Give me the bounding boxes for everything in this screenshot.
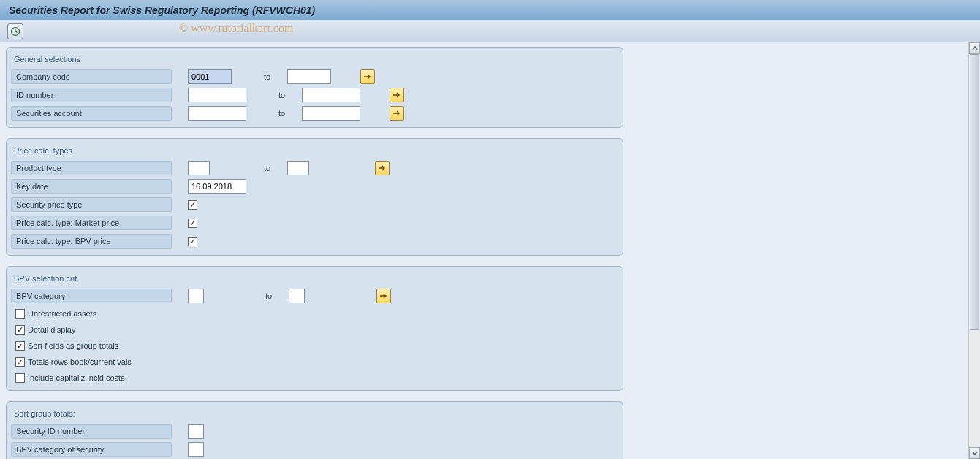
arrow-right-icon (378, 164, 387, 172)
group-sort-totals: Sort group totals: Security ID number BP… (6, 401, 623, 459)
securities-account-multi-button[interactable] (390, 106, 404, 121)
group-title-general: General selections (11, 53, 618, 68)
title-bar: Securities Report for Swiss Regulatory R… (0, 0, 980, 20)
arrow-right-icon (379, 292, 388, 300)
label-bpv-category: BPV category (11, 289, 172, 303)
label-security-price-type: Security price type (11, 197, 172, 212)
product-type-from-input[interactable] (188, 161, 210, 175)
label-id-number: ID number (11, 88, 172, 102)
market-price-checkbox[interactable] (188, 219, 197, 228)
group-title-price: Price calc. types (11, 145, 618, 159)
product-type-multi-button[interactable] (375, 161, 390, 175)
toolbar: © www.tutorialkart.com (0, 20, 980, 42)
group-title-sort: Sort group totals: (11, 408, 618, 422)
to-label: to (278, 91, 300, 99)
label-detail-display: Detail display (28, 325, 75, 334)
label-securities-account: Securities account (11, 106, 172, 121)
securities-account-from-input[interactable] (188, 106, 246, 121)
scroll-track[interactable] (969, 54, 980, 447)
execute-button[interactable] (7, 23, 23, 39)
label-totals-rows: Totals rows book/current vals (28, 357, 132, 366)
label-company-code: Company code (11, 69, 172, 84)
key-date-input[interactable] (188, 179, 246, 194)
label-sort-fields: Sort fields as group totals (28, 341, 118, 350)
scroll-down-button[interactable] (969, 447, 980, 459)
include-capitaliz-checkbox[interactable] (15, 373, 25, 383)
arrow-right-icon (392, 110, 401, 117)
group-price-calc-types: Price calc. types Product type to Key da… (6, 138, 623, 256)
id-number-multi-button[interactable] (390, 88, 404, 102)
watermark-text: © www.tutorialkart.com (179, 22, 293, 35)
clock-execute-icon (10, 26, 20, 37)
page-title: Securities Report for Swiss Regulatory R… (9, 4, 315, 16)
label-include-capitaliz: Include capitaliz.incid.costs (28, 373, 125, 382)
to-label: to (278, 109, 300, 118)
bpv-category-to-input[interactable] (289, 289, 305, 303)
group-bpv-selection: BPV selection crit. BPV category to Unre… (6, 266, 623, 391)
security-price-type-checkbox[interactable] (188, 200, 197, 210)
to-label: to (264, 164, 286, 172)
bpv-category-multi-button[interactable] (376, 289, 391, 303)
to-label: to (265, 292, 287, 300)
scroll-up-button[interactable] (969, 42, 980, 54)
totals-rows-checkbox[interactable] (15, 357, 25, 367)
label-product-type: Product type (11, 161, 172, 175)
chevron-down-icon (972, 450, 978, 456)
vertical-scrollbar[interactable] (968, 42, 980, 459)
unrestricted-assets-checkbox[interactable] (15, 309, 25, 319)
detail-display-checkbox[interactable] (15, 325, 25, 335)
scroll-thumb[interactable] (970, 54, 979, 330)
to-label: to (264, 72, 286, 81)
label-unrestricted-assets: Unrestricted assets (28, 309, 96, 318)
securities-account-to-input[interactable] (302, 106, 360, 121)
company-code-from-input[interactable] (188, 69, 232, 84)
security-id-number-input[interactable] (188, 424, 204, 439)
company-code-to-input[interactable] (287, 69, 331, 84)
content-area: General selections Company code to ID nu… (0, 42, 980, 459)
label-bpv-price: Price calc. type: BPV price (11, 234, 172, 249)
label-security-id-number: Security ID number (11, 424, 172, 439)
group-title-bpv: BPV selection crit. (11, 273, 618, 287)
company-code-multi-button[interactable] (360, 69, 375, 84)
bpv-category-from-input[interactable] (188, 289, 204, 303)
arrow-right-icon (363, 73, 372, 80)
label-bpv-category-security: BPV category of security (11, 442, 172, 457)
label-key-date: Key date (11, 179, 172, 194)
bpv-price-checkbox[interactable] (188, 237, 197, 246)
group-general-selections: General selections Company code to ID nu… (6, 47, 623, 128)
chevron-up-icon (972, 45, 978, 51)
arrow-right-icon (392, 91, 401, 99)
product-type-to-input[interactable] (287, 161, 309, 175)
id-number-to-input[interactable] (302, 88, 360, 102)
sort-fields-checkbox[interactable] (15, 341, 25, 351)
id-number-from-input[interactable] (188, 88, 246, 102)
label-market-price: Price calc. type: Market price (11, 216, 172, 230)
bpv-category-security-input[interactable] (188, 442, 204, 457)
